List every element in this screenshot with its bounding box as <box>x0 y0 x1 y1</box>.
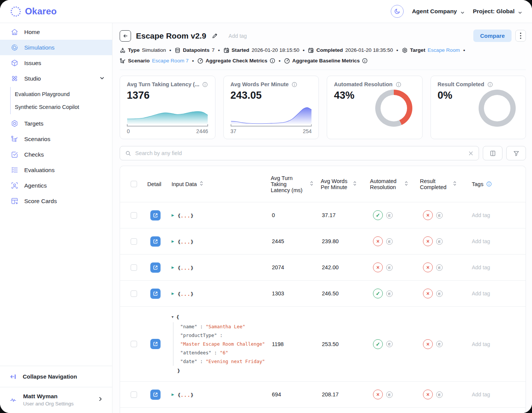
brand-logo[interactable]: Okareo <box>11 6 57 17</box>
sort-icon[interactable] <box>310 181 314 187</box>
row-detail-button[interactable] <box>150 390 161 400</box>
expand-json-toggle[interactable]: ▶ <box>172 239 174 243</box>
row-detail-button[interactable] <box>150 236 161 247</box>
info-icon[interactable] <box>396 82 401 87</box>
expand-json-toggle[interactable]: ▶ <box>172 393 174 396</box>
sort-icon[interactable] <box>404 181 408 187</box>
explanation-badge[interactable]: E <box>386 212 393 219</box>
metric-card-result-completed: Result Completed 0% <box>431 76 526 139</box>
sidebar-item-evaluation-playground[interactable]: Evaluation Playground <box>11 88 112 101</box>
target-link[interactable]: Escape Room <box>427 46 460 54</box>
explanation-badge[interactable]: E <box>436 212 443 219</box>
back-button[interactable] <box>120 30 131 42</box>
project-menu[interactable]: Project: Global <box>473 8 522 15</box>
result-completed-status-icon[interactable]: × <box>423 289 433 298</box>
kebab-menu-button[interactable] <box>515 30 526 42</box>
info-icon[interactable] <box>292 82 297 87</box>
sidebar-item-agentics[interactable]: Agentics <box>0 178 112 193</box>
add-tag-button[interactable]: Add tag <box>471 212 490 218</box>
sidebar-item-checks[interactable]: Checks <box>0 147 112 162</box>
column-header-latency[interactable]: Avg Turn Taking Latency (ms) <box>271 175 321 193</box>
sidebar-item-evaluations[interactable]: Evaluations <box>0 162 112 178</box>
collapse-json-toggle[interactable]: ▼ <box>172 313 173 321</box>
automated-resolution-status-icon[interactable]: × <box>373 390 383 399</box>
info-icon[interactable] <box>270 58 275 64</box>
row-detail-button[interactable] <box>150 289 161 299</box>
columns-button[interactable] <box>483 146 502 160</box>
row-checkbox[interactable] <box>131 391 137 398</box>
result-completed-status-icon[interactable]: × <box>423 339 433 349</box>
explanation-badge[interactable]: E <box>386 238 393 245</box>
sort-icon[interactable] <box>453 181 457 187</box>
sort-icon[interactable] <box>353 181 357 187</box>
column-header-result[interactable]: Result Completed <box>420 178 471 190</box>
row-detail-button[interactable] <box>150 210 161 220</box>
table-row: ▶{...} 2445 239.80 × E × E Add tag <box>120 228 526 254</box>
row-checkbox[interactable] <box>131 212 137 219</box>
automated-resolution-status-icon[interactable]: × <box>373 262 383 272</box>
result-completed-status-icon[interactable]: × <box>423 236 433 246</box>
add-tag-button[interactable]: Add tag <box>471 264 490 270</box>
expand-json-toggle[interactable]: ▶ <box>172 292 174 295</box>
result-completed-status-icon[interactable]: × <box>423 210 433 220</box>
sidebar-item-score-cards[interactable]: Score Cards <box>0 193 112 209</box>
info-icon[interactable] <box>486 181 492 187</box>
info-icon[interactable] <box>202 82 208 87</box>
automated-resolution-status-icon[interactable]: × <box>373 236 383 246</box>
add-tag-button[interactable]: Add tag <box>229 33 247 39</box>
explanation-badge[interactable]: E <box>436 391 443 398</box>
row-checkbox[interactable] <box>131 290 137 297</box>
row-checkbox[interactable] <box>131 264 137 271</box>
select-all-checkbox[interactable] <box>131 181 137 187</box>
sidebar-item-studio[interactable]: Studio <box>0 71 112 86</box>
compare-button[interactable]: Compare <box>473 30 512 42</box>
explanation-badge[interactable]: E <box>386 391 393 398</box>
result-completed-status-icon[interactable]: × <box>423 390 433 399</box>
filter-button[interactable] <box>506 146 526 160</box>
explanation-badge[interactable]: E <box>436 264 443 271</box>
sidebar-item-targets[interactable]: Targets <box>0 116 112 131</box>
search-input[interactable] <box>134 150 465 157</box>
row-detail-button[interactable] <box>150 339 161 349</box>
sidebar-item-synthetic-scenario-copilot[interactable]: Synthetic Scenario Copilot <box>11 101 112 113</box>
column-header-automated[interactable]: Automated Resolution <box>370 178 420 190</box>
sidebar-item-simulations[interactable]: Simulations <box>0 40 112 55</box>
explanation-badge[interactable]: E <box>436 290 443 297</box>
add-tag-button[interactable]: Add tag <box>471 391 490 397</box>
explanation-badge[interactable]: E <box>386 290 393 297</box>
info-icon[interactable] <box>362 58 368 64</box>
row-checkbox[interactable] <box>131 238 137 245</box>
user-settings-row[interactable]: Matt Wyman User and Org Settings <box>0 387 112 413</box>
sidebar-item-home[interactable]: Home <box>0 24 112 40</box>
add-tag-button[interactable]: Add tag <box>471 238 490 244</box>
scenario-link[interactable]: Escape Room 7 <box>152 57 189 65</box>
row-checkbox[interactable] <box>131 341 137 347</box>
explanation-badge[interactable]: E <box>436 238 443 245</box>
result-completed-status-icon[interactable]: × <box>423 262 433 272</box>
automated-resolution-status-icon[interactable]: ✓ <box>373 289 383 298</box>
clear-search-icon[interactable] <box>468 151 473 156</box>
column-header-input-data[interactable]: Input Data <box>172 181 271 187</box>
org-menu[interactable]: Agent Company <box>412 8 465 15</box>
dark-mode-toggle[interactable] <box>391 5 404 18</box>
add-tag-button[interactable]: Add tag <box>471 341 490 347</box>
sort-icon[interactable] <box>200 181 203 187</box>
sidebar-item-issues[interactable]: Issues <box>0 55 112 71</box>
column-header-words[interactable]: Avg Words Per Minute <box>321 178 370 190</box>
expand-json-toggle[interactable]: ▶ <box>172 213 174 217</box>
expand-json-toggle[interactable]: ▶ <box>172 266 174 269</box>
sidebar-item-scenarios[interactable]: Scenarios <box>0 131 112 147</box>
add-tag-button[interactable]: Add tag <box>471 290 490 297</box>
automated-resolution-status-icon[interactable]: ✓ <box>373 210 383 220</box>
explanation-badge[interactable]: E <box>436 341 443 347</box>
sidebar-item-label: Evaluations <box>24 167 55 174</box>
column-header-detail: Detail <box>147 181 172 187</box>
automated-resolution-status-icon[interactable]: ✓ <box>373 339 383 349</box>
collapse-navigation-button[interactable]: Collapse Navigation <box>0 366 112 387</box>
row-detail-button[interactable] <box>150 262 161 273</box>
search-icon <box>125 151 131 156</box>
explanation-badge[interactable]: E <box>386 341 393 347</box>
info-icon[interactable] <box>487 82 493 87</box>
explanation-badge[interactable]: E <box>386 264 393 271</box>
edit-title-button[interactable] <box>211 32 218 39</box>
